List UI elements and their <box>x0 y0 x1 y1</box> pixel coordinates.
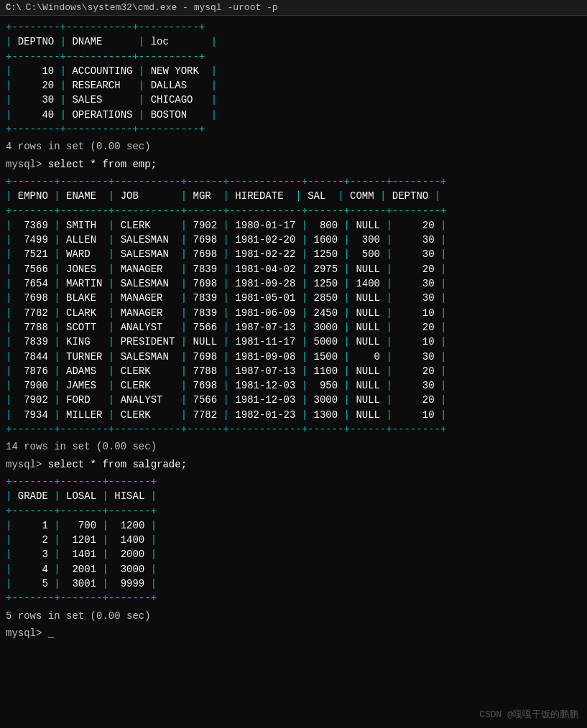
title-bar: C:\ C:\Windows\system32\cmd.exe - mysql … <box>0 0 587 16</box>
title-text: C:\Windows\system32\cmd.exe - mysql -uro… <box>26 2 278 13</box>
terminal-content: +--------+-----------+----------+ | DEPT… <box>0 16 587 648</box>
emp-query-line: mysql> select * from emp; <box>6 157 581 172</box>
dept-rowcount: 4 rows in set (0.00 sec) <box>6 139 581 154</box>
emp-rowcount: 14 rows in set (0.00 sec) <box>6 439 581 454</box>
emp-table: +-------+--------+-----------+------+---… <box>6 174 581 437</box>
salgrade-rowcount: 5 rows in set (0.00 sec) <box>6 609 581 623</box>
cmd-icon: C:\ <box>6 3 22 13</box>
dept-table: +--------+-----------+----------+ | DEPT… <box>6 20 581 136</box>
sal-query-line: mysql> select * from salgrade; <box>6 457 581 472</box>
watermark: CSDN @嘎嘎干饭的鹏鹏 <box>479 708 578 721</box>
salgrade-table: +-------+-------+-------+ | GRADE | LOSA… <box>6 475 581 606</box>
mysql-prompt[interactable]: mysql> _ <box>6 626 581 640</box>
